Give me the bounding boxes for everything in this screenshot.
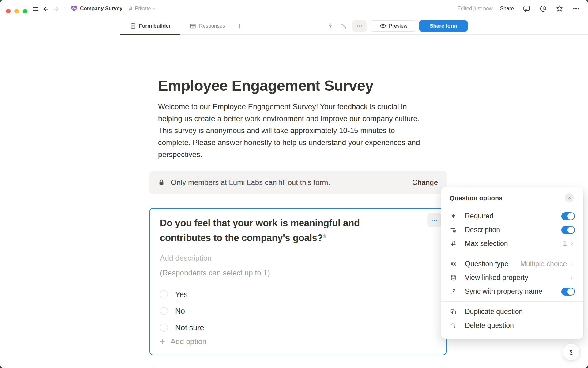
preview-label: Preview — [389, 23, 407, 29]
minimize-window-button[interactable] — [14, 9, 19, 13]
description-icon — [450, 226, 457, 234]
sync-toggle-on[interactable] — [561, 288, 575, 296]
page-title-breadcrumb[interactable]: Company Survey — [80, 6, 123, 12]
question-description-placeholder[interactable]: Add description — [160, 254, 212, 263]
menu-divider — [441, 301, 583, 302]
form-description-line: perspectives. — [158, 148, 446, 160]
close-icon — [567, 195, 572, 201]
form-description-line: Welcome to our Employee Engagement Surve… — [158, 101, 446, 113]
lock-icon — [158, 179, 165, 186]
form-title[interactable]: Employee Engagement Survey — [158, 77, 373, 94]
question-type-grid-icon — [450, 260, 457, 268]
duplicate-icon — [450, 308, 457, 316]
tab-strip: Form builder Responses Preview — [0, 17, 588, 35]
share-button[interactable]: Share — [500, 6, 514, 12]
question-card: Do you feel that your work is meaningful… — [149, 208, 447, 355]
radio-button[interactable] — [160, 307, 168, 315]
history-clock-icon[interactable] — [539, 5, 547, 13]
form-description[interactable]: Welcome to our Employee Engagement Surve… — [158, 101, 446, 160]
radio-button[interactable] — [160, 324, 168, 332]
option-label[interactable]: Not sure — [175, 323, 204, 332]
next-question-card-edge — [153, 366, 443, 368]
back-icon[interactable] — [42, 5, 50, 13]
add-option-label: Add option — [171, 337, 206, 346]
menu-item-duplicate-question[interactable]: Duplicate question — [441, 305, 583, 319]
app-window: Company Survey Private Edited just now S… — [0, 0, 588, 368]
required-asterisk: * — [323, 232, 327, 243]
question-options-button[interactable] — [427, 213, 441, 227]
favorite-star-icon[interactable] — [556, 5, 564, 13]
form-description-line: This survey is anonymous and will take a… — [158, 125, 446, 136]
add-option-button[interactable]: Add option — [159, 337, 206, 346]
form-description-line: helping us create a better work environm… — [158, 113, 446, 125]
option-row: No — [160, 303, 204, 319]
chevron-right-icon — [569, 241, 575, 247]
trash-icon — [450, 322, 457, 329]
access-banner: Only members at Lumi Labs can fill out t… — [149, 171, 447, 194]
share-form-button[interactable]: Share form — [419, 20, 468, 32]
question-type-value: Multiple choice — [520, 260, 567, 268]
notion-ai-button[interactable] — [563, 343, 580, 361]
database-icon — [450, 274, 457, 282]
description-toggle-on[interactable] — [561, 226, 575, 234]
menu-item-sync-property-name[interactable]: Sync with property name — [441, 285, 583, 298]
chevron-right-icon — [569, 261, 575, 267]
add-view-button[interactable] — [235, 17, 245, 34]
menu-divider — [441, 254, 583, 254]
menu-item-max-selection[interactable]: Max selection 1 — [441, 237, 583, 251]
menu-item-delete-question[interactable]: Delete question — [441, 319, 583, 332]
option-row: Yes — [160, 286, 204, 303]
close-popup-button[interactable] — [565, 193, 574, 202]
page-icon-heart-pulse — [70, 5, 78, 12]
required-toggle-on[interactable] — [561, 212, 575, 220]
zoom-window-button[interactable] — [23, 9, 27, 13]
preview-button[interactable]: Preview — [371, 20, 416, 32]
option-label[interactable]: No — [175, 307, 185, 316]
tab-form-builder[interactable]: Form builder — [120, 17, 180, 34]
tabstrip-divider — [120, 34, 588, 35]
ai-face-icon — [567, 347, 576, 357]
automations-lightning-icon[interactable] — [326, 22, 335, 30]
form-builder-icon — [130, 23, 136, 29]
tab-responses[interactable]: Responses — [183, 17, 232, 34]
option-label[interactable]: Yes — [175, 290, 188, 299]
max-selection-value: 1 — [563, 240, 567, 248]
view-options-more-button[interactable] — [352, 20, 367, 32]
radio-button[interactable] — [160, 290, 168, 298]
active-tab-underline — [120, 34, 180, 35]
responses-table-icon — [190, 23, 196, 29]
tab-form-builder-label: Form builder — [139, 23, 171, 29]
question-title[interactable]: Do you feel that your work is meaningful… — [160, 216, 374, 245]
lock-icon — [128, 6, 133, 11]
plus-icon — [236, 23, 243, 29]
menu-item-description[interactable]: Description — [441, 223, 583, 237]
options-list: Yes No Not sure — [160, 286, 204, 336]
change-access-button[interactable]: Change — [412, 178, 438, 187]
menu-item-required[interactable]: Required — [441, 209, 583, 223]
window-controls — [6, 9, 27, 13]
edited-status: Edited just now — [457, 6, 492, 12]
asterisk-icon — [450, 213, 457, 220]
access-notice: Only members at Lumi Labs can fill out t… — [171, 178, 412, 187]
chevron-down-icon — [152, 6, 157, 11]
menu-item-view-linked-property[interactable]: View linked property — [441, 271, 583, 285]
privacy-dropdown[interactable]: Private — [128, 6, 157, 12]
new-page-icon[interactable] — [62, 5, 70, 13]
comments-icon[interactable] — [522, 5, 530, 13]
option-row: Not sure — [160, 319, 204, 336]
titlebar: Company Survey Private Edited just now S… — [0, 0, 588, 17]
eye-icon — [380, 23, 386, 29]
sidebar-menu-icon[interactable] — [32, 5, 40, 13]
expand-icon[interactable] — [340, 22, 348, 30]
popup-title: Question options — [450, 194, 503, 202]
selection-limit-hint: (Respondents can select up to 1) — [160, 269, 270, 277]
close-window-button[interactable] — [6, 9, 11, 13]
chevron-right-icon — [569, 275, 575, 281]
plus-icon — [159, 338, 166, 345]
menu-item-question-type[interactable]: Question type Multiple choice — [441, 257, 583, 271]
ellipsis-icon — [431, 217, 438, 224]
forward-icon[interactable] — [52, 5, 60, 13]
hash-icon — [450, 240, 457, 247]
sync-curve-icon — [450, 288, 457, 295]
more-options-icon[interactable] — [572, 5, 580, 13]
